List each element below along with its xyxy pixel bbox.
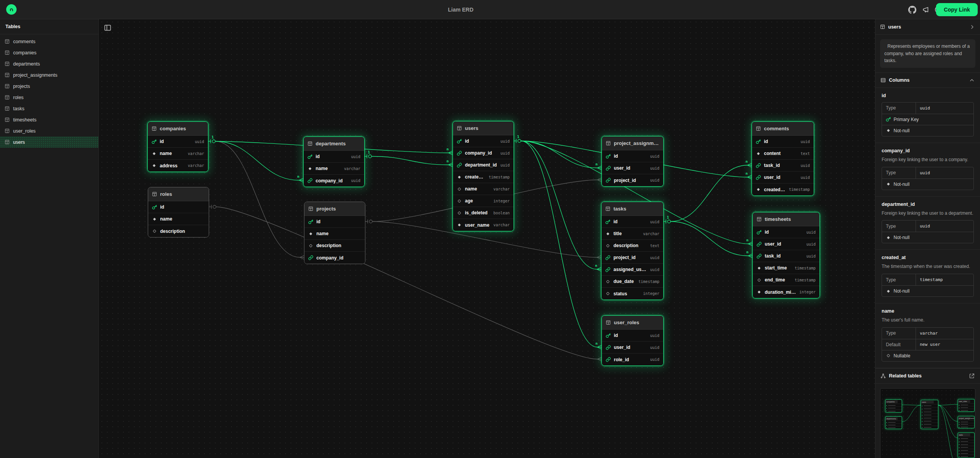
sidebar-item-roles[interactable]: roles — [0, 92, 98, 103]
erd-column-users-id[interactable]: iduuid — [453, 135, 514, 147]
erd-column-user_roles-role_id[interactable]: role_iduuid — [602, 354, 663, 365]
copy-link-button[interactable]: Copy Link — [936, 3, 978, 16]
erd-table-departments[interactable]: departmentsiduuidnamevarcharcompany_iduu… — [303, 136, 365, 187]
github-icon[interactable] — [907, 5, 917, 14]
erd-column-projects-description[interactable]: description — [304, 240, 365, 252]
erd-table-roles[interactable]: rolesidnamedescription — [148, 187, 209, 237]
sidebar-item-project_assignments[interactable]: project_assignments — [0, 69, 98, 81]
erd-table-project_assignments[interactable]: project_assignmentsiduuiduser_iduuidproj… — [602, 136, 664, 187]
key-icon — [886, 117, 891, 122]
erd-column-tasks-description[interactable]: descriptiontext — [602, 240, 663, 252]
erd-column-departments-id[interactable]: iduuid — [304, 151, 364, 163]
erd-column-roles-id[interactable]: id — [148, 201, 209, 213]
sidebar-item-tasks[interactable]: tasks — [0, 103, 98, 114]
key-icon — [457, 139, 462, 144]
erd-column-roles-name[interactable]: name — [148, 213, 209, 225]
erd-column-companies-name[interactable]: namevarchar — [148, 148, 208, 160]
erd-table-header[interactable]: user_roles — [602, 316, 663, 330]
erd-column-users-created_at[interactable]: created_attimestamp — [453, 171, 514, 183]
erd-canvas[interactable]: 1nn1n1nnnnn1nn companiesiduuidnamevarcha… — [99, 19, 875, 458]
erd-table-projects[interactable]: projectsidnamedescriptioncompany_id — [304, 202, 365, 264]
table-icon — [5, 50, 10, 55]
chevron-up-icon[interactable] — [969, 77, 975, 83]
erd-column-timesheets-duration_minutes[interactable]: duration_minutesinteger — [753, 286, 819, 298]
panel-left-toggle-icon[interactable] — [104, 24, 112, 32]
erd-column-tasks-due_date[interactable]: due_datetimestamp — [602, 276, 663, 288]
erd-column-timesheets-start_time[interactable]: start_timetimestamp — [753, 262, 819, 274]
erd-column-users-is_deleted[interactable]: is_deletedboolean — [453, 207, 514, 219]
related-tables-minimap[interactable]: companiesdepartmentsusersuser_rolesproje… — [880, 388, 975, 458]
erd-column-users-name[interactable]: namevarchar — [453, 183, 514, 195]
columns-icon — [880, 77, 886, 83]
erd-table-header[interactable]: comments — [752, 122, 814, 136]
erd-table-tasks[interactable]: tasksiduuidtitlevarchardescriptiontextpr… — [601, 202, 664, 300]
erd-column-tasks-title[interactable]: titlevarchar — [602, 228, 663, 240]
sidebar-item-comments[interactable]: comments — [0, 36, 98, 47]
sidebar-item-user_roles[interactable]: user_roles — [0, 125, 98, 136]
sidebar-item-projects[interactable]: projects — [0, 81, 98, 92]
erd-table-header[interactable]: timesheets — [753, 212, 819, 226]
erd-table-header[interactable]: project_assignments — [602, 136, 663, 150]
erd-column-timesheets-user_id[interactable]: user_iduuid — [753, 238, 819, 250]
erd-column-project_assignments-id[interactable]: iduuid — [602, 150, 663, 162]
diamond-icon — [152, 217, 157, 222]
erd-column-tasks-assigned_user_id[interactable]: assigned_user_iduuid — [602, 264, 663, 276]
erd-column-tasks-status[interactable]: statusinteger — [602, 288, 663, 300]
erd-table-timesheets[interactable]: timesheetsiduuiduser_iduuidtask_iduuidst… — [752, 212, 820, 298]
column-type: text — [801, 152, 810, 156]
sidebar-item-users[interactable]: users — [0, 136, 98, 148]
erd-column-comments-content[interactable]: contenttext — [752, 148, 814, 160]
erd-column-project_assignments-user_id[interactable]: user_iduuid — [602, 162, 663, 174]
related-tables-header[interactable]: Related tables — [875, 368, 980, 384]
erd-column-comments-task_id[interactable]: task_iduuid — [752, 160, 814, 172]
erd-column-tasks-project_id[interactable]: project_iduuid — [602, 252, 663, 264]
erd-column-user_roles-user_id[interactable]: user_iduuid — [602, 342, 663, 354]
sidebar-item-timesheets[interactable]: timesheets — [0, 114, 98, 125]
erd-column-comments-id[interactable]: iduuid — [752, 136, 814, 148]
erd-table-user_roles[interactable]: user_rolesiduuiduser_iduuidrole_iduuid — [602, 315, 664, 366]
erd-column-timesheets-end_time[interactable]: end_timetimestamp — [753, 274, 819, 286]
erd-column-projects-id[interactable]: id — [304, 216, 365, 228]
erd-column-users-company_id[interactable]: company_iduuid — [453, 147, 514, 159]
column-type: varchar — [188, 163, 204, 168]
erd-table-users[interactable]: usersiduuidcompany_iduuiddepartment_iduu… — [453, 121, 514, 231]
table-icon — [606, 320, 611, 325]
erd-column-companies-address[interactable]: addressvarchar — [148, 160, 208, 172]
erd-column-comments-created_at[interactable]: created_attimestamp — [752, 184, 814, 195]
erd-column-companies-id[interactable]: iduuid — [148, 136, 208, 148]
erd-column-projects-name[interactable]: name — [304, 228, 365, 240]
erd-table-comments[interactable]: commentsiduuidcontenttexttask_iduuiduser… — [752, 121, 814, 196]
column-name: company_id — [316, 255, 361, 261]
diamond-outline-icon — [152, 229, 157, 234]
erd-column-roles-description[interactable]: description — [148, 225, 209, 237]
erd-column-project_assignments-project_id[interactable]: project_iduuid — [602, 174, 663, 186]
erd-table-header[interactable]: departments — [304, 137, 364, 151]
erd-table-header[interactable]: tasks — [602, 202, 663, 216]
edge-tasks.id-comments.task_id: 1n — [664, 159, 752, 224]
erd-table-header[interactable]: companies — [148, 122, 208, 136]
erd-column-departments-name[interactable]: namevarchar — [304, 163, 364, 175]
column-name: name — [465, 186, 490, 192]
erd-column-user_roles-id[interactable]: iduuid — [602, 330, 663, 342]
erd-column-users-department_id[interactable]: department_iduuid — [453, 159, 514, 171]
sidebar-item-departments[interactable]: departments — [0, 58, 98, 69]
erd-column-departments-company_id[interactable]: company_iduuid — [304, 175, 364, 187]
erd-table-header[interactable]: users — [453, 121, 514, 135]
erd-column-timesheets-task_id[interactable]: task_iduuid — [753, 250, 819, 262]
erd-column-projects-company_id[interactable]: company_id — [304, 252, 365, 264]
erd-column-users-age[interactable]: ageinteger — [453, 195, 514, 207]
columns-section-header[interactable]: Columns — [875, 72, 980, 88]
erd-column-tasks-id[interactable]: iduuid — [602, 216, 663, 228]
erd-table-header[interactable]: roles — [148, 187, 209, 201]
erd-table-companies[interactable]: companiesiduuidnamevarcharaddressvarchar — [147, 121, 208, 172]
liam-logo-icon[interactable] — [6, 4, 17, 15]
erd-column-comments-user_id[interactable]: user_iduuid — [752, 172, 814, 184]
erd-column-timesheets-id[interactable]: iduuid — [753, 226, 819, 238]
open-related-diagram-icon[interactable] — [969, 373, 975, 379]
erd-table-header[interactable]: projects — [304, 202, 365, 216]
erd-column-users-user_name[interactable]: user_namevarchar — [453, 219, 514, 231]
announcements-icon[interactable] — [921, 5, 931, 14]
svg-text:n: n — [595, 263, 597, 268]
sidebar-item-companies[interactable]: companies — [0, 47, 98, 58]
close-panel-chevron-icon[interactable] — [969, 24, 975, 30]
